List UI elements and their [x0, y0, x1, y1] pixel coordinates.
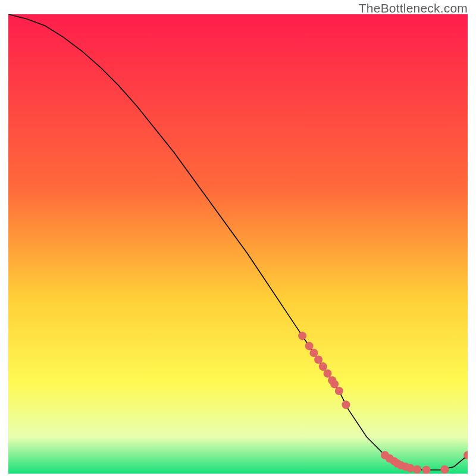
gradient-background	[8, 14, 468, 474]
data-marker	[298, 331, 306, 340]
data-marker	[440, 465, 449, 474]
data-marker	[406, 464, 414, 472]
bottleneck-plot	[8, 14, 468, 474]
data-marker	[314, 356, 322, 364]
data-marker	[324, 369, 332, 378]
data-marker	[309, 349, 318, 357]
chart-stage: TheBottleneck.com	[0, 0, 476, 476]
data-marker	[305, 342, 314, 350]
watermark-text: TheBottleneck.com	[359, 1, 468, 15]
data-marker	[319, 362, 327, 371]
data-marker	[335, 387, 343, 395]
data-marker	[342, 400, 350, 409]
data-marker	[413, 465, 421, 474]
data-marker	[330, 380, 339, 388]
